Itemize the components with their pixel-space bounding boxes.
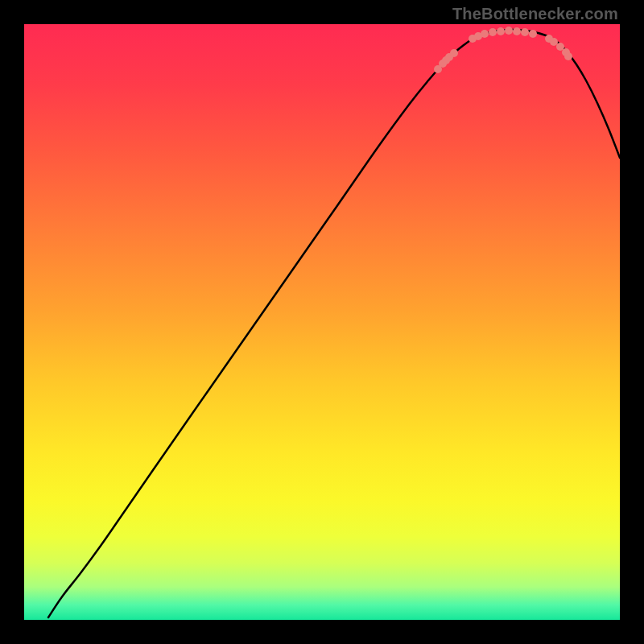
highlight-dot [489, 28, 497, 36]
highlight-dot [550, 38, 558, 46]
chart-frame [24, 24, 620, 620]
highlight-dot [497, 27, 505, 35]
highlight-dot [513, 27, 521, 35]
highlight-dot [450, 49, 458, 57]
highlight-dot [505, 27, 513, 35]
watermark-text: TheBottlenecker.com [452, 5, 618, 23]
highlight-dot [564, 52, 572, 60]
chart-background [24, 24, 620, 620]
highlight-dot [481, 30, 489, 38]
highlight-dot [521, 28, 529, 36]
highlight-dot [529, 30, 537, 38]
bottleneck-chart [24, 24, 620, 620]
